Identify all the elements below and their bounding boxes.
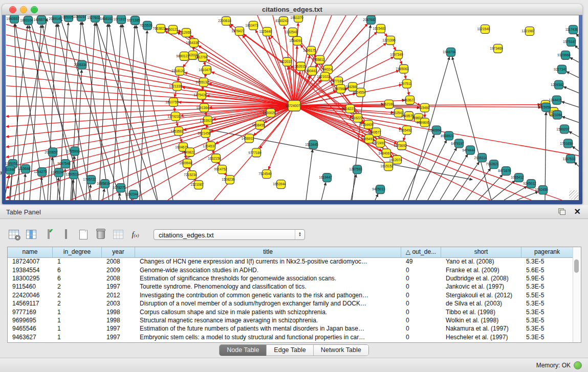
graph-node[interactable]: 9329968 xyxy=(557,51,571,59)
table-row[interactable]: 1830029562008Estimation of significance … xyxy=(8,274,573,282)
table-row[interactable]: 2242004622012Investigating the contribut… xyxy=(8,291,573,299)
graph-node[interactable]: 1065325 xyxy=(60,15,74,21)
graph-node[interactable]: 9072493 xyxy=(372,139,385,147)
graph-node[interactable]: 1508236 xyxy=(222,176,235,184)
graph-node[interactable]: 1117436 xyxy=(565,25,578,34)
graph-node[interactable]: 1221336 xyxy=(169,82,182,91)
graph-node[interactable]: 8938923 xyxy=(441,132,454,140)
graph-node[interactable]: 1191364 xyxy=(197,103,209,112)
graph-node[interactable]: 9914752 xyxy=(214,165,227,174)
graph-node[interactable]: 1071915 xyxy=(113,15,126,24)
table-row[interactable]: 946554611997Estimation of the future num… xyxy=(8,324,573,333)
graph-node[interactable]: 1965492 xyxy=(399,126,412,135)
show-columns-icon[interactable] xyxy=(25,228,37,241)
delete-trash-icon[interactable] xyxy=(94,228,107,241)
graph-node[interactable]: 1654336 xyxy=(186,38,199,47)
graph-node[interactable]: 1167533 xyxy=(563,155,576,163)
graph-node[interactable]: 1893104 xyxy=(20,16,33,25)
graph-node[interactable]: 1940557 xyxy=(6,15,19,23)
table-row[interactable]: 969969511998Structural magnetic resonanc… xyxy=(8,316,573,324)
graph-node[interactable]: 1065412 xyxy=(511,173,524,182)
graph-node[interactable]: 2020657 xyxy=(45,148,58,157)
tab-node-table[interactable]: Node Table xyxy=(220,345,267,356)
graph-node[interactable]: 6671385 xyxy=(127,16,140,25)
tab-network-table[interactable]: Network Table xyxy=(314,345,368,356)
column-header-title[interactable]: title xyxy=(135,247,401,257)
scrollbar-thumb[interactable] xyxy=(574,259,579,273)
graph-node[interactable]: 746266 xyxy=(345,82,357,91)
graph-node[interactable]: 1961370 xyxy=(290,15,303,22)
graph-node[interactable]: 1938455 xyxy=(252,121,265,129)
graph-node[interactable]: 6466161 xyxy=(100,15,113,23)
column-header-pagerank[interactable]: pagerank xyxy=(521,247,573,257)
close-panel-icon[interactable]: ✕ xyxy=(574,207,581,217)
resize-grip[interactable] xyxy=(569,190,578,200)
graph-node[interactable]: 1234275 xyxy=(34,168,47,177)
graph-node[interactable]: 9474444 xyxy=(462,146,475,155)
graph-node[interactable]: 1797511 xyxy=(399,79,412,88)
table-row[interactable]: 1938455462009Genome-wide association stu… xyxy=(8,266,573,274)
graph-node[interactable]: 1092450 xyxy=(535,186,548,194)
graph-node[interactable]: 1405571 xyxy=(33,15,47,24)
graph-node[interactable]: 3931590 xyxy=(6,166,15,174)
new-column-icon[interactable] xyxy=(77,228,90,241)
graph-node[interactable]: 1615152 xyxy=(380,162,394,171)
graph-node[interactable]: 1678275 xyxy=(113,184,126,192)
graph-node[interactable]: 7524540 xyxy=(258,170,272,179)
graph-node[interactable]: 1753921 xyxy=(200,116,213,125)
network-canvas[interactable]: 1940557189310414055712089140106532510652… xyxy=(6,15,579,200)
graph-node[interactable]: 1527602 xyxy=(87,15,100,22)
graph-node[interactable]: 1810755 xyxy=(165,98,179,106)
graph-node[interactable]: 7932621 xyxy=(486,160,499,169)
network-graph[interactable]: 1940557189310414055712089140106532510652… xyxy=(6,15,579,200)
graph-node[interactable]: 1948794 xyxy=(443,48,456,56)
graph-node[interactable]: 9890123 xyxy=(176,52,189,60)
graph-node[interactable]: 1276427 xyxy=(231,27,245,35)
graph-node[interactable]: 2005334 xyxy=(74,60,87,69)
vertical-scrollbar[interactable] xyxy=(573,247,581,342)
graph-node[interactable]: 2200618 xyxy=(218,16,231,25)
graph-node[interactable]: 1513445 xyxy=(305,140,318,149)
graph-node[interactable]: 9777169 xyxy=(248,148,262,157)
table-row[interactable]: 1456911722003Disruption of a novel membe… xyxy=(8,299,573,308)
graph-node[interactable]: 1701650 xyxy=(560,139,573,148)
graph-node[interactable]: 1973469 xyxy=(490,44,503,53)
table-select-dropdown[interactable]: citations_edges.txt ▲▼ xyxy=(154,229,305,240)
column-header-year[interactable]: year xyxy=(102,247,135,257)
table-row[interactable]: 946362711997Embryonic stem cells: a mode… xyxy=(8,333,573,341)
tab-edge-table[interactable]: Edge Table xyxy=(267,345,313,356)
graph-node[interactable]: 1253561 xyxy=(170,127,184,136)
graph-node[interactable]: 1610475 xyxy=(199,65,212,74)
graph-node[interactable]: 1115688 xyxy=(18,165,31,173)
graph-node[interactable]: 9463627 xyxy=(402,96,415,104)
table-options-icon[interactable] xyxy=(7,228,20,241)
column-header-out_de[interactable]: △ out_de... xyxy=(401,247,441,257)
table-row[interactable]: 911546021997Tourette syndrome. Phenomeno… xyxy=(8,282,573,291)
graph-node[interactable]: 1287593 xyxy=(349,165,362,174)
toggle-rows-icon[interactable] xyxy=(59,228,72,241)
table-row[interactable]: 977716911998Corpus callosum shape and si… xyxy=(8,308,573,316)
graph-node[interactable]: 9560123 xyxy=(165,25,178,34)
graph-node[interactable]: 8912955 xyxy=(178,28,191,37)
graph-node[interactable]: 2089140 xyxy=(49,15,62,23)
graph-node[interactable]: 7485063 xyxy=(396,64,409,73)
graph-node[interactable]: 9227341 xyxy=(554,65,567,74)
graph-node[interactable]: 1575187 xyxy=(563,37,576,46)
graph-node[interactable]: 1145194 xyxy=(51,168,64,177)
column-header-in_degree[interactable]: in_degree xyxy=(53,247,102,257)
graph-node[interactable]: 1615483 xyxy=(373,24,386,33)
graph-node[interactable]: 2087682 xyxy=(363,15,376,24)
graph-node[interactable]: 1619447 xyxy=(319,173,332,182)
graph-node[interactable]: 1632158 xyxy=(208,154,221,163)
graph-node[interactable]: 1221987 xyxy=(521,27,535,35)
graph-node[interactable]: 2718120 xyxy=(171,67,185,75)
select-columns-icon[interactable] xyxy=(42,228,55,241)
float-panel-icon[interactable] xyxy=(558,208,565,215)
graph-node[interactable]: 1095816 xyxy=(97,180,110,188)
splitpane-collapse-arrow[interactable] xyxy=(1,171,3,175)
graph-node[interactable]: 1599207 xyxy=(556,125,570,134)
graph-node[interactable]: 9097548 xyxy=(57,160,71,168)
graph-node[interactable]: 1244415 xyxy=(549,96,562,104)
graph-node[interactable]: 1132541 xyxy=(285,28,298,36)
graph-node[interactable]: 7615526 xyxy=(139,21,153,30)
